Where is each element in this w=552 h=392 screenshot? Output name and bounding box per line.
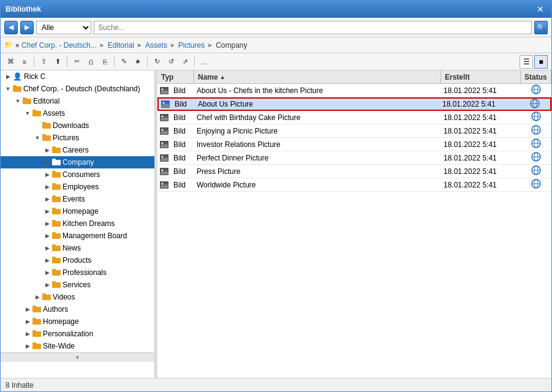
sidebar-item-professionals[interactable]: ▶Professionals	[1, 266, 154, 279]
folder-icon-homepage	[52, 207, 61, 216]
expand-btn-downloads[interactable]	[32, 121, 42, 130]
edit-btn[interactable]: ✎	[118, 56, 130, 68]
scope-dropdown[interactable]: Alle	[36, 21, 91, 34]
sidebar-item-careers[interactable]: ▶Careers	[1, 144, 154, 156]
view-list-button[interactable]: ☰	[520, 55, 533, 69]
separator4	[147, 57, 148, 67]
col-header-typ[interactable]: Typ	[157, 70, 194, 83]
expand-btn-careers[interactable]: ▶	[42, 145, 52, 155]
cell-erstellt: 18.01.2022 5:41	[441, 86, 521, 95]
sidebar-item-videos[interactable]: ▶Videos	[1, 291, 154, 303]
sidebar-item-downloads[interactable]: Downloads	[1, 119, 154, 132]
sidebar-item-consumers[interactable]: ▶Consumers	[1, 168, 154, 181]
toolbar-row2: ⌘ ≡ ⇧ ⬆ ✂ ⎙ ⎘ ✎ ★ ↻ ↺ ⇗ … ☰ ■	[1, 53, 551, 70]
sync-btn[interactable]: ↺	[165, 56, 177, 68]
sidebar-item-employees[interactable]: ▶Employees	[1, 181, 154, 193]
expand-btn-sitewide[interactable]: ▶	[23, 341, 32, 351]
expand-btn-events[interactable]: ▶	[42, 194, 52, 204]
upload2-btn[interactable]: ⬆	[51, 56, 64, 68]
svg-rect-8	[42, 135, 51, 141]
expand-btn-homepage2[interactable]: ▶	[23, 317, 32, 326]
cell-name: About Us Picture	[195, 100, 440, 108]
expand-btn-consumers[interactable]: ▶	[42, 170, 52, 179]
breadcrumb-item-assets[interactable]: Assets	[145, 41, 167, 50]
favorite-btn[interactable]: ★	[132, 56, 144, 68]
table-row[interactable]: BildAbout Us Picture18.01.2022 5:41	[157, 97, 551, 111]
expand-btn-professionals[interactable]: ▶	[42, 268, 52, 277]
expand-btn-managementboard[interactable]: ▶	[42, 231, 52, 241]
view-grid-button[interactable]: ■	[534, 55, 548, 69]
sidebar-item-company[interactable]: ▶Company	[1, 156, 154, 168]
breadcrumb-item-pictures[interactable]: Pictures	[178, 41, 205, 50]
expand-btn-homepage[interactable]: ▶	[42, 206, 52, 216]
sidebar-item-assets[interactable]: ▼Assets	[1, 107, 154, 119]
expand-btn-products[interactable]: ▶	[42, 255, 52, 265]
sidebar-item-events[interactable]: ▶Events	[1, 193, 154, 205]
sidebar-item-managementboard[interactable]: ▶Management Board	[1, 230, 154, 242]
table-row[interactable]: BildWorldwide Picture18.01.2022 5:41	[157, 178, 551, 192]
col-header-name[interactable]: Name ▲	[194, 70, 441, 83]
expand-btn-authors[interactable]: ▶	[23, 304, 32, 314]
search-button[interactable]: 🔍	[534, 21, 548, 34]
table-row[interactable]: BildEnjoying a Picnic Picture18.01.2022 …	[157, 124, 551, 138]
typ-label: Bild	[173, 154, 186, 162]
sidebar-item-products[interactable]: ▶Products	[1, 254, 154, 266]
breadcrumb-item-chefcorp[interactable]: Chef Corp. - Deutsch...	[21, 41, 97, 50]
list-btn[interactable]: ≡	[18, 56, 31, 68]
sidebar-item-chefcorp[interactable]: ▼Chef Corp. - Deutsch (Deutschland)	[1, 83, 154, 95]
expand-btn-chefcorp[interactable]: ▼	[3, 84, 13, 94]
table-row[interactable]: BildPerfect Dinner Picture18.01.2022 5:4…	[157, 151, 551, 165]
sidebar-item-homepage[interactable]: ▶Homepage	[1, 205, 154, 217]
close-button[interactable]: ✕	[534, 3, 546, 15]
col-header-status[interactable]: Status	[521, 70, 551, 83]
forward-button[interactable]: ▶	[20, 21, 34, 34]
expand-btn-pictures[interactable]: ▼	[32, 133, 42, 143]
sidebar-item-kitchendreams[interactable]: ▶Kitchen Dreams	[1, 217, 154, 230]
cell-erstellt: 18.01.2022 5:41	[441, 113, 521, 122]
toolbar-row1: ◀ ▶ Alle 🔍	[1, 18, 551, 37]
col-header-erstellt[interactable]: Erstellt	[441, 70, 521, 83]
table-row[interactable]: BildChef with Birthday Cake Picture18.01…	[157, 111, 551, 124]
refresh-btn[interactable]: ↻	[151, 56, 163, 68]
paste-btn[interactable]: ⎘	[99, 56, 111, 68]
expand-btn-assets[interactable]: ▼	[23, 108, 32, 118]
cut-btn[interactable]: ✂	[70, 56, 83, 68]
table-row[interactable]: BildAbout Us - Chefs in the kitchen Pict…	[157, 84, 551, 97]
sidebar-item-rickc[interactable]: ▶👤Rick C	[1, 70, 154, 83]
folder-icon-assets	[32, 109, 41, 118]
publish-btn[interactable]: ⇗	[179, 56, 191, 68]
sidebar-item-sitewide[interactable]: ▶Site-Wide	[1, 340, 154, 352]
globe-icon	[531, 165, 541, 177]
sidebar-item-authors[interactable]: ▶Authors	[1, 303, 154, 315]
svg-rect-31	[52, 269, 56, 271]
copy-btn[interactable]: ⎙	[85, 56, 97, 68]
grid-small-btn[interactable]: ⌘	[4, 56, 17, 68]
separator2	[67, 57, 67, 67]
expand-btn-employees[interactable]: ▶	[42, 182, 52, 192]
table-row[interactable]: BildInvestor Relations Picture18.01.2022…	[157, 138, 551, 151]
folder-icon-professionals	[52, 268, 61, 277]
expand-btn-services[interactable]: ▶	[42, 280, 52, 290]
expand-btn-videos[interactable]: ▶	[32, 292, 42, 302]
expand-btn-kitchendreams[interactable]: ▶	[42, 219, 52, 228]
svg-rect-39	[32, 318, 36, 320]
upload-btn[interactable]: ⇧	[37, 56, 50, 68]
back-button[interactable]: ◀	[4, 21, 18, 34]
sidebar-item-homepage2[interactable]: ▶Homepage	[1, 315, 154, 328]
separator1	[34, 57, 34, 67]
sidebar-item-news[interactable]: ▶News	[1, 242, 154, 254]
expand-btn-rickc[interactable]: ▶	[3, 72, 13, 81]
expand-btn-news[interactable]: ▶	[42, 243, 52, 253]
more-btn[interactable]: …	[198, 56, 210, 68]
sidebar-item-personalization[interactable]: ▶Personalization	[1, 328, 154, 340]
table-row[interactable]: BildPress Picture18.01.2022 5:41	[157, 165, 551, 178]
search-input[interactable]	[94, 21, 532, 34]
expand-btn-editorial[interactable]: ▼	[13, 96, 23, 106]
sidebar-item-services[interactable]: ▶Services	[1, 279, 154, 291]
breadcrumb-item-editorial[interactable]: Editorial	[108, 41, 134, 50]
svg-rect-7	[42, 122, 46, 124]
sidebar-item-pictures[interactable]: ▼Pictures	[1, 132, 154, 144]
expand-btn-personalization[interactable]: ▶	[23, 329, 32, 339]
sidebar-item-editorial[interactable]: ▼Editorial	[1, 95, 154, 107]
expand-btn-company[interactable]: ▶	[42, 157, 52, 167]
